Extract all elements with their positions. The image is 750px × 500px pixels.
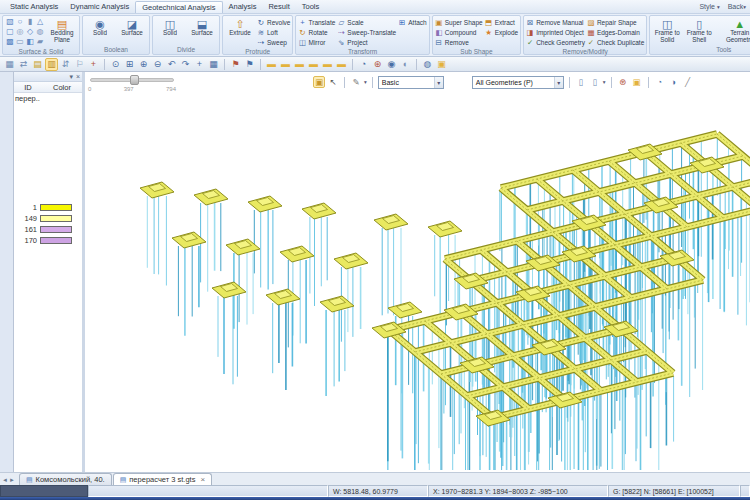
project-button[interactable]: ⇘Project [337, 37, 396, 47]
pick-cursor-icon[interactable]: ↖ [327, 76, 339, 88]
tab-scroll-right-icon[interactable]: ► [9, 477, 15, 483]
display-mode-dropdown[interactable]: Basic▾ [378, 76, 444, 89]
ribbon-tab-geotechnical-analysis[interactable]: Geotechnical Analysis [135, 1, 222, 13]
ribbon-tab-tools[interactable]: Tools [296, 1, 326, 13]
mirror-button[interactable]: ◫Mirror [298, 37, 335, 47]
shape-shell-icon[interactable]: ◧ [25, 37, 35, 47]
toolbar-icon-3-3[interactable]: ▬ [307, 58, 320, 71]
document-tab-3-st-gts[interactable]: ▤перерасчет 3 st.gts× [113, 473, 212, 485]
attach-button[interactable]: ⊞Attach [398, 17, 426, 27]
toolbar-icon-1-4[interactable]: ↶ [165, 58, 178, 71]
settings-icon[interactable]: ⊛ [617, 76, 629, 88]
loft-button[interactable]: ≋Loft [257, 27, 290, 37]
surface-button[interactable]: ◪Surface [117, 17, 147, 37]
toolbar-icon-2-0[interactable]: ⚑ [229, 58, 242, 71]
explode-button[interactable]: ★Explode [485, 27, 519, 37]
ribbon-tab-result[interactable]: Result [262, 1, 295, 13]
toolbar-icon-3-5[interactable]: ▬ [335, 58, 348, 71]
toolbar-icon-0-5[interactable]: ⚐ [73, 58, 86, 71]
toolbar-icon-0-4[interactable]: ⇵ [59, 58, 72, 71]
toolbar-icon-1-6[interactable]: + [193, 58, 206, 71]
repair-shape-button[interactable]: ▨Repair Shape [587, 17, 644, 27]
panel-close-icon[interactable]: × [76, 73, 80, 81]
toolbar-icon-0-6[interactable]: + [87, 58, 100, 71]
style-dropdown[interactable]: Style ▾ [699, 3, 719, 10]
column-header-color[interactable]: Color [42, 83, 82, 92]
shape-cylinder-icon[interactable]: ▮ [25, 17, 35, 27]
background-dropdown[interactable]: Back▾ [728, 3, 746, 10]
toolbar-icon-1-5[interactable]: ↷ [179, 58, 192, 71]
frame-to-solid-button[interactable]: ◫Frame to Solid [652, 17, 682, 44]
toolbar-icon-2-1[interactable]: ⚑ [243, 58, 256, 71]
toolbar-icon-0-2[interactable]: ▤ [31, 58, 44, 71]
shape-poly-icon[interactable]: ◇ [25, 27, 35, 37]
toolbar-icon-3-4[interactable]: ▬ [321, 58, 334, 71]
surface-button[interactable]: ⬓Surface [187, 17, 217, 37]
extract-button[interactable]: ⬒Extract [485, 17, 519, 27]
chevron-down-icon[interactable]: ▾ [364, 79, 367, 85]
chevron-down-icon[interactable]: ▾ [603, 79, 606, 85]
check-duplicate-button[interactable]: ✓Check Duplicate [587, 37, 644, 47]
tab-close-icon[interactable]: × [200, 475, 205, 484]
terrain-geometry-maker-button[interactable]: ▲Terrain Geometry Maker~ [716, 17, 750, 44]
solid-button[interactable]: ◉Solid [85, 17, 115, 37]
shape-circle-icon[interactable]: ◎ [15, 27, 25, 37]
toolbar-icon-4-0[interactable]: ◔ [357, 58, 370, 71]
viewport-3d[interactable]: 0 397 794 ▣ ↖ ✎ ▾ Basic▾ All Geometries … [85, 72, 750, 472]
tab-scroll-left-icon[interactable]: ◄ [2, 477, 8, 483]
scale-button[interactable]: ▱Scale [337, 17, 396, 27]
toolbar-icon-1-0[interactable]: ⊙ [109, 58, 122, 71]
sweep-button[interactable]: ⇢Sweep [257, 37, 290, 47]
revolve-button[interactable]: ↻Revolve [257, 17, 290, 27]
check-geometry-button[interactable]: ✓Check Geometry [526, 37, 585, 47]
edges-domain-button[interactable]: ▦Edges-Domain [587, 27, 644, 37]
toolbar-icon-5-1[interactable]: ▣ [435, 58, 448, 71]
snap-grid-icon[interactable]: ▯ [589, 76, 601, 88]
compound-button[interactable]: ◧Compound [435, 27, 483, 37]
id-color-row-170[interactable]: 170 [14, 235, 82, 245]
ribbon-tab-dynamic-analysis[interactable]: Dynamic Analysis [64, 1, 135, 13]
local-axis-icon[interactable]: ◔ [654, 76, 666, 88]
clip-slider[interactable]: 0 397 794 [88, 74, 176, 92]
toolbar-icon-4-2[interactable]: ◉ [385, 58, 398, 71]
toolbar-icon-3-2[interactable]: ▬ [293, 58, 306, 71]
panel-pin-icon[interactable]: ▾ [69, 73, 73, 81]
ribbon-tab-analysis[interactable]: Analysis [223, 1, 263, 13]
toolbar-icon-1-7[interactable]: ▦ [207, 58, 220, 71]
super-shape-button[interactable]: ▣Super Shape [435, 17, 483, 27]
toolbar-icon-4-3[interactable]: ◐ [399, 58, 412, 71]
remove-manual-button[interactable]: ⊠Remove Manual [526, 17, 585, 27]
model-canvas[interactable] [85, 72, 750, 472]
toolbar-icon-1-2[interactable]: ⊕ [137, 58, 150, 71]
measure-icon[interactable]: ╱ [682, 76, 694, 88]
toolbar-icon-0-0[interactable]: ▦ [3, 58, 16, 71]
id-color-row-161[interactable]: 161 [14, 224, 82, 234]
collapsed-panel-strip[interactable] [0, 72, 14, 472]
global-axis-icon[interactable]: ◑ [668, 76, 680, 88]
sweep-translate-button[interactable]: ⇢Sweep-Translate [337, 27, 396, 37]
id-color-row-149[interactable]: 149 [14, 213, 82, 223]
shape-cube3-icon[interactable]: ▩ [5, 37, 15, 47]
id-color-row-1[interactable]: 1 [14, 202, 82, 212]
translate-button[interactable]: +Translate [298, 17, 335, 27]
toolbar-icon-3-1[interactable]: ▬ [279, 58, 292, 71]
ribbon-tab-static-analysis[interactable]: Static Analysis [4, 1, 64, 13]
toolbar-icon-5-0[interactable]: ◍ [421, 58, 434, 71]
selection-filter-icon[interactable]: ✎ [350, 76, 362, 88]
shape-cone-icon[interactable]: △ [35, 17, 45, 27]
snap-plane-icon[interactable]: ▯ [575, 76, 587, 88]
bedding-plane-button[interactable]: ▤Bedding Plane [47, 17, 77, 44]
select-box-icon[interactable]: ▣ [313, 76, 325, 88]
tree-item-model[interactable]: перер.. [14, 93, 82, 104]
render-box-icon[interactable]: ▣ [631, 76, 643, 88]
toolbar-icon-0-1[interactable]: ⇄ [17, 58, 30, 71]
toolbar-icon-4-1[interactable]: ⊛ [371, 58, 384, 71]
shape-torus-icon[interactable]: ◍ [35, 27, 45, 37]
shape-box-icon[interactable]: ▧ [5, 17, 15, 27]
document-tab-40[interactable]: ▤Комсомольский, 40. [19, 473, 112, 485]
imprinted-object-button[interactable]: ◨Imprinted Object [526, 27, 585, 37]
solid-button[interactable]: ◫Solid [155, 17, 185, 37]
column-header-id[interactable]: ID [14, 83, 42, 92]
status-resize-grip[interactable] [740, 485, 750, 497]
geometry-filter-dropdown[interactable]: All Geometries (P)▾ [472, 76, 564, 89]
